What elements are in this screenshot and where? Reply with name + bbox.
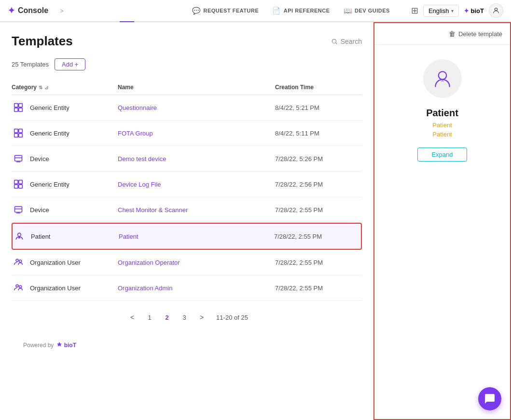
template-name: Demo test device	[118, 155, 275, 163]
template-name: Organization Operator	[118, 259, 275, 266]
request-feature-icon: 💬	[192, 7, 201, 14]
patient-avatar-icon	[432, 68, 453, 89]
right-panel-header: 🗑 Delete template	[374, 23, 510, 45]
svg-line-2	[335, 42, 337, 44]
nav-api-reference[interactable]: 📄 API REFERENCE	[272, 7, 330, 14]
category-cell: Generic Entity	[12, 177, 118, 191]
category-cell: Device	[12, 203, 118, 217]
page-1-button[interactable]: 1	[143, 311, 156, 324]
right-panel: 🗑 Delete template Patient Patient Patien…	[373, 22, 511, 420]
api-reference-icon: 📄	[272, 7, 281, 14]
page-info: 11-20 of 25	[216, 314, 248, 321]
template-name: FOTA Group	[118, 130, 275, 137]
svg-rect-16	[19, 180, 23, 184]
svg-rect-7	[14, 129, 18, 133]
language-label: English	[428, 7, 449, 14]
logo-text: Console	[18, 6, 48, 15]
svg-point-0	[495, 8, 497, 11]
table-row[interactable]: Device Chest Monitor & Scanner 7/28/22, …	[12, 197, 362, 223]
table-row[interactable]: Generic Entity FOTA Group 8/4/22, 5:11 P…	[12, 121, 362, 146]
grid-icon[interactable]: ⊞	[411, 5, 418, 16]
svg-rect-5	[14, 108, 18, 112]
table-row[interactable]: Organization User Organization Operator …	[12, 250, 362, 275]
powered-by-label: Powered by	[23, 342, 54, 349]
category-icon	[12, 177, 25, 191]
template-name: Patient	[119, 233, 274, 240]
left-content: Templates Search 25 Templates Add + Cate…	[0, 22, 373, 420]
page-title: Templates	[12, 34, 73, 49]
chat-icon	[484, 393, 496, 405]
table-row[interactable]: Organization User Organization Admin 7/2…	[12, 275, 362, 301]
svg-rect-11	[15, 155, 22, 161]
main-layout: Templates Search 25 Templates Add + Cate…	[0, 22, 511, 420]
page-2-button[interactable]: 2	[160, 311, 174, 324]
category-cell: Device	[12, 152, 118, 165]
category-cell: Patient	[13, 230, 119, 243]
topbar-right: ⊞ English ▾ ✦ bioT	[411, 3, 503, 18]
nav-request-feature[interactable]: 💬 REQUEST FEATURE	[192, 7, 259, 14]
chevron-down-icon: ▾	[451, 8, 454, 14]
svg-rect-6	[19, 108, 23, 112]
filter-icon[interactable]: ⊿	[44, 85, 48, 90]
category-header: Category ⇅ ⊿	[12, 84, 118, 91]
creation-time: 7/28/22, 2:56 PM	[275, 181, 362, 188]
category-label: Generic Entity	[30, 130, 69, 137]
add-template-button[interactable]: Add +	[55, 58, 85, 70]
svg-rect-8	[19, 129, 23, 133]
svg-point-27	[19, 285, 22, 288]
table-row[interactable]: Patient Patient 7/28/22, 2:55 PM	[12, 223, 362, 250]
table-row[interactable]: Generic Entity Questionnaire 8/4/22, 5:2…	[12, 95, 362, 121]
svg-point-24	[16, 259, 18, 261]
right-panel-body: Patient Patient Patient Expand	[374, 45, 510, 419]
name-header: Name	[118, 84, 275, 91]
table-row[interactable]: Generic Entity Device Log File 7/28/22, …	[12, 172, 362, 197]
biots-branding: ✦ bioT	[464, 7, 484, 14]
table-row[interactable]: Device Demo test device 7/28/22, 5:26 PM	[12, 146, 362, 172]
svg-rect-15	[14, 180, 18, 184]
breadcrumb-chevron: >	[60, 7, 64, 14]
creation-time: 7/28/22, 2:55 PM	[275, 206, 362, 214]
trash-icon: 🗑	[449, 30, 456, 38]
category-cell: Generic Entity	[12, 126, 118, 140]
footer: Powered by bioT	[12, 334, 362, 356]
svg-point-29	[438, 71, 446, 80]
user-avatar[interactable]	[489, 3, 503, 18]
template-name: Device Log File	[118, 181, 275, 188]
svg-rect-9	[14, 134, 18, 137]
sort-icon[interactable]: ⇅	[39, 85, 42, 90]
logo[interactable]: ✦ Console	[8, 5, 48, 16]
entity-type: Patient	[432, 122, 452, 129]
svg-rect-10	[19, 134, 23, 137]
category-cell: Organization User	[12, 256, 118, 269]
page-header: Templates Search	[12, 34, 362, 49]
category-label: Generic Entity	[30, 181, 69, 188]
creation-time: 8/4/22, 5:11 PM	[275, 130, 362, 137]
prev-page-button[interactable]: <	[125, 311, 139, 324]
creation-time: 7/28/22, 2:55 PM	[275, 259, 362, 266]
next-page-button[interactable]: >	[195, 311, 208, 324]
expand-button[interactable]: Expand	[417, 148, 467, 162]
template-name: Questionnaire	[118, 104, 275, 111]
creation-time: 7/28/22, 2:55 PM	[274, 233, 361, 240]
top-nav: 💬 REQUEST FEATURE 📄 API REFERENCE 📖 DEV …	[192, 7, 390, 14]
topbar: ✦ Console > 💬 REQUEST FEATURE 📄 API REFE…	[0, 0, 511, 22]
language-selector[interactable]: English ▾	[423, 5, 459, 17]
templates-table: Category ⇅ ⊿ Name Creation Time Generic …	[12, 80, 362, 301]
category-icon	[12, 101, 25, 114]
creation-time-header: Creation Time	[275, 84, 362, 91]
delete-template-button[interactable]: 🗑 Delete template	[449, 30, 502, 38]
svg-rect-4	[19, 104, 23, 108]
table-header: Category ⇅ ⊿ Name Creation Time	[12, 80, 362, 95]
biots-logo-icon: ✦	[464, 7, 469, 14]
category-icon	[13, 230, 26, 243]
footer-logo: bioT	[56, 341, 76, 349]
templates-count-row: 25 Templates Add +	[12, 58, 362, 70]
chat-bubble[interactable]	[478, 387, 501, 410]
nav-dev-guides[interactable]: 📖 DEV GUIDES	[344, 7, 390, 14]
page-3-button[interactable]: 3	[178, 311, 191, 324]
category-icon	[12, 256, 25, 269]
search-button[interactable]: Search	[331, 38, 362, 45]
pagination: < 1 2 3 > 11-20 of 25	[12, 301, 362, 334]
templates-count-label: 25 Templates	[12, 61, 49, 68]
category-icon	[12, 126, 25, 140]
